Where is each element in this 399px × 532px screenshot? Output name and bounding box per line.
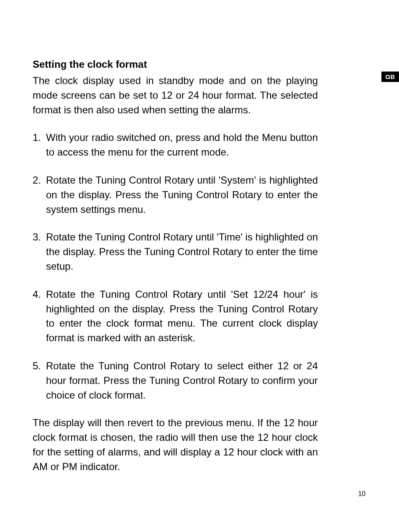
list-number: 2. [33,173,46,217]
list-text: Rotate the Tuning Control Rotary until '… [46,287,318,345]
intro-paragraph: The clock display used in standby mode a… [33,74,318,117]
steps-list: 1. With your radio switched on, press an… [33,130,318,402]
list-number: 4. [33,287,46,345]
closing-paragraph: The display will then revert to the prev… [33,416,318,474]
page-content: Setting the clock format The clock displ… [0,0,351,499]
section-title: Setting the clock format [33,59,318,70]
list-item: 2. Rotate the Tuning Control Rotary unti… [33,173,318,217]
list-item: 1. With your radio switched on, press an… [33,130,318,160]
list-number: 1. [33,130,46,160]
list-text: With your radio switched on, press and h… [46,130,318,160]
page-number: 10 [358,490,366,498]
language-badge: GB [381,72,399,82]
list-number: 5. [33,359,46,402]
list-number: 3. [33,230,46,274]
list-text: Rotate the Tuning Control Rotary to sele… [46,359,318,402]
list-item: 5. Rotate the Tuning Control Rotary to s… [33,359,318,402]
list-item: 3. Rotate the Tuning Control Rotary unti… [33,230,318,274]
list-item: 4. Rotate the Tuning Control Rotary unti… [33,287,318,345]
list-text: Rotate the Tuning Control Rotary until '… [46,173,318,217]
list-text: Rotate the Tuning Control Rotary until '… [46,230,318,274]
